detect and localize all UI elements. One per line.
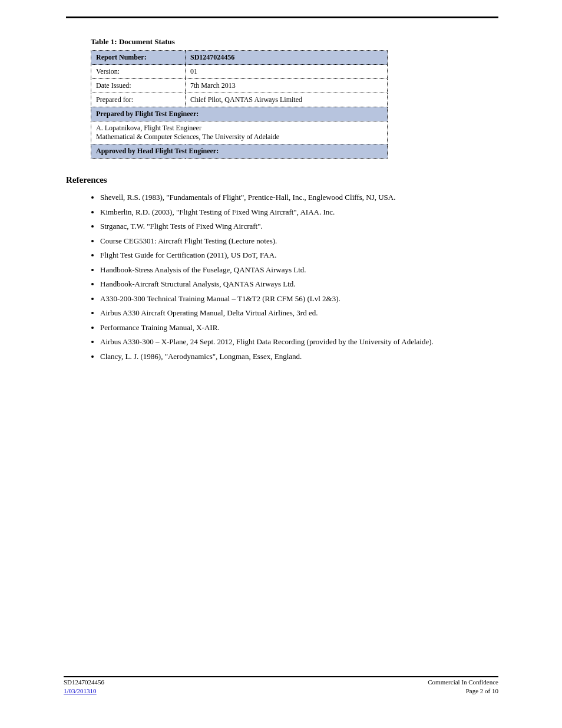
footer-right: Commercial In Confidence Page 2 of 10 [428, 678, 498, 695]
table-row: Date Issued: 7th March 2013 [91, 79, 388, 93]
status-table: Report Number: SD1247024456 Version: 01 … [91, 50, 388, 159]
bottom-rule [64, 676, 498, 677]
table-cell-value: Chief Pilot, QANTAS Airways Limited [186, 93, 388, 107]
table-header-left: Report Number: [91, 51, 186, 65]
table-section-a-title: Prepared by Flight Test Engineer: [91, 107, 388, 121]
table-cell-value: 01 [186, 65, 388, 79]
table-section-a-content: A. Lopatnikova, Flight Test Engineer Mat… [91, 121, 388, 144]
table-cell-value: 7th March 2013 [186, 79, 388, 93]
footer-date-link[interactable]: 1/03/201310 [64, 687, 97, 694]
footer-report-number: SD1247024456 [64, 678, 104, 686]
table-row: Version: 01 [91, 65, 388, 79]
footer-confidential: Commercial In Confidence [428, 678, 498, 686]
list-item: Course CEG5301: Aircraft Flight Testing … [100, 236, 498, 246]
footer-page-number: Page 2 of 10 [428, 687, 498, 695]
table-cell-label: Date Issued: [91, 79, 186, 93]
list-item: A330-200-300 Technical Training Manual –… [100, 294, 498, 304]
list-item: Performance Training Manual, X-AIR. [100, 322, 498, 333]
table-header-right: SD1247024456 [186, 51, 388, 65]
page-container: Table 1: Document Status Report Number: … [0, 0, 562, 728]
list-item: Handbook-Stress Analysis of the Fuselage… [100, 265, 498, 275]
list-item: Handbook-Aircraft Structural Analysis, Q… [100, 279, 498, 289]
table-section-a-heading: Prepared by Flight Test Engineer: [91, 107, 388, 121]
top-rule [66, 17, 498, 18]
list-item: Airbus A330 Aircraft Operating Manual, D… [100, 308, 498, 318]
table-section-a-body: A. Lopatnikova, Flight Test Engineer Mat… [91, 121, 388, 144]
list-item: Clancy, L. J. (1986), "Aerodynamics", Lo… [100, 351, 498, 362]
footer-left: SD1247024456 1/03/201310 [64, 678, 104, 695]
list-item: Shevell, R.S. (1983), "Fundamentals of F… [100, 192, 498, 203]
list-item: Airbus A330-300 – X-Plane, 24 Sept. 2012… [100, 337, 498, 347]
table-cell-label: Version: [91, 65, 186, 79]
table-section-b-title: Approved by Head Flight Test Engineer: [91, 144, 388, 159]
references-heading: References [66, 175, 498, 185]
table-cell-label: Prepared for: [91, 93, 186, 107]
section-a-name: A. Lopatnikova, Flight Test Engineer [96, 124, 382, 133]
list-item: Flight Test Guide for Certification (201… [100, 250, 498, 261]
table-row: Prepared for: Chief Pilot, QANTAS Airway… [91, 93, 388, 107]
table-title: Table 1: Document Status [91, 37, 498, 47]
list-item: Kimberlin, R.D. (2003), "Flight Testing … [100, 207, 498, 218]
table-header-row: Report Number: SD1247024456 [91, 51, 388, 65]
references-list: Shevell, R.S. (1983), "Fundamentals of F… [100, 192, 498, 362]
list-item: Strganac, T.W. "Flight Tests of Fixed Wi… [100, 221, 498, 232]
table-section-b-heading: Approved by Head Flight Test Engineer: [91, 144, 388, 159]
section-a-org: Mathematical & Computer Sciences, The Un… [96, 133, 382, 141]
